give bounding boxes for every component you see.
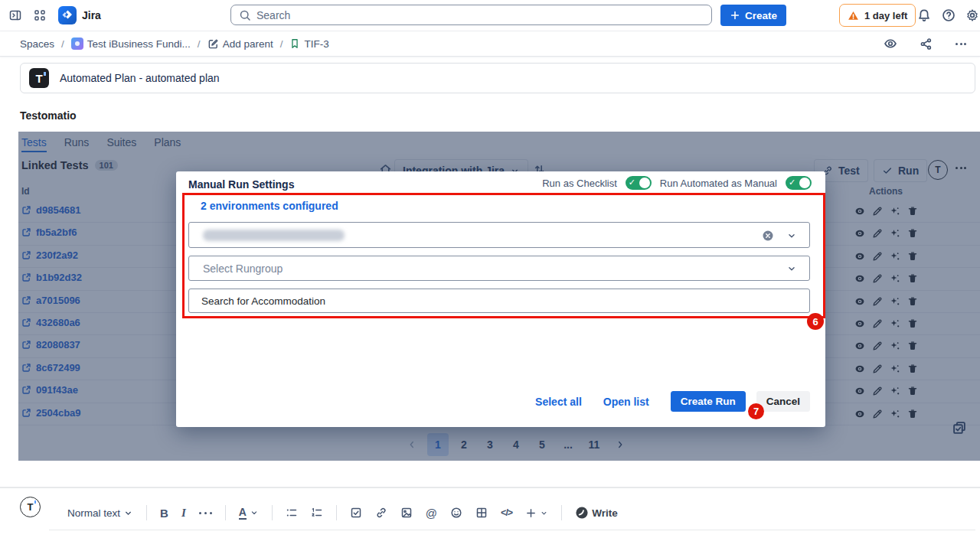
emoji-button[interactable] (450, 507, 462, 519)
breadcrumb-bar: Spaces / Test iBusiness Fundi... / Add p… (0, 31, 980, 57)
modal-toggles: Run as Checklist ✓ Run Automated as Manu… (542, 176, 812, 190)
open-list-button[interactable]: Open list (603, 396, 649, 408)
toggle-automated-label: Run Automated as Manual (660, 178, 777, 189)
ai-write-button[interactable]: Write (575, 506, 618, 520)
app-switcher-icon[interactable] (34, 9, 46, 21)
chevron-down-icon[interactable] (786, 263, 797, 274)
toggle-checklist-label: Run as Checklist (542, 178, 617, 189)
smart-link-card[interactable]: T Automated Plan - automated plan (20, 63, 975, 93)
toolbar-separator (225, 505, 226, 520)
select-all-button[interactable]: Select all (535, 396, 582, 408)
text-style-dropdown[interactable]: Normal text (67, 507, 133, 519)
notifications-bell-icon[interactable] (917, 8, 931, 22)
manual-run-settings-modal: Manual Run Settings Run as Checklist ✓ R… (176, 171, 825, 427)
trial-countdown-button[interactable]: 1 day left (839, 4, 916, 27)
create-button[interactable]: Create (720, 5, 786, 26)
breadcrumb: Spaces / Test iBusiness Fundi... / Add p… (20, 31, 329, 56)
toolbar-separator (272, 505, 273, 520)
top-navigation-bar: Jira Search Create 1 day left (0, 0, 980, 31)
testomatio-logo-icon: T (29, 68, 49, 88)
help-icon[interactable] (942, 8, 956, 22)
more-actions-icon[interactable] (949, 34, 972, 53)
create-run-button[interactable]: Create Run (671, 391, 746, 412)
bullet-list-button[interactable] (286, 507, 298, 519)
environment-select[interactable] (188, 222, 810, 248)
test-search-input[interactable]: Search for Accommodation (188, 289, 810, 313)
task-checkbox-button[interactable] (350, 507, 362, 519)
environments-configured-link[interactable]: 2 environments configured (201, 200, 338, 212)
redacted-environment-value (203, 230, 345, 241)
breadcrumb-spaces[interactable]: Spaces (20, 38, 54, 50)
rungroup-placeholder: Select Rungroup (203, 262, 283, 275)
toolbar-separator (561, 505, 562, 520)
testomatio-avatar-icon: T (20, 497, 41, 517)
sidebar-toggle-icon[interactable] (9, 9, 21, 21)
modal-footer: Select all Open list Create Run Cancel (535, 391, 810, 412)
plan-title: Automated Plan - automated plan (60, 72, 220, 84)
run-automated-as-manual-toggle[interactable]: ✓ (786, 176, 812, 190)
app-title: Jira (82, 9, 101, 21)
breadcrumb-add-parent[interactable]: Add parent (207, 38, 273, 50)
text-color-dropdown[interactable]: A (239, 507, 259, 520)
code-button[interactable]: </> (501, 507, 512, 518)
settings-gear-icon[interactable] (965, 8, 979, 22)
ai-logo-icon (575, 506, 589, 520)
editor-toolbar: Normal text B I A @ (49, 496, 975, 530)
breadcrumb-issue[interactable]: TIF-3 (289, 38, 328, 50)
bookmark-icon (289, 38, 300, 49)
annotation-step-7: 7 (748, 403, 764, 419)
edit-icon (207, 38, 219, 50)
annotation-step-6: 6 (807, 313, 824, 330)
link-button[interactable] (375, 507, 387, 519)
mention-button[interactable]: @ (426, 507, 437, 520)
breadcrumb-space[interactable]: Test iBusiness Fundi... (71, 37, 191, 50)
insert-table-button[interactable] (475, 507, 488, 519)
insert-image-button[interactable] (400, 507, 413, 519)
numbered-list-button[interactable] (311, 507, 323, 519)
test-search-value: Search for Accommodation (201, 295, 325, 307)
more-formatting-icon[interactable] (199, 512, 212, 514)
editor-divider (0, 487, 980, 488)
run-as-checklist-toggle[interactable]: ✓ (626, 176, 652, 190)
jira-page: Jira Search Create 1 day left (0, 0, 980, 551)
space-avatar (71, 37, 83, 50)
chevron-down-icon[interactable] (786, 230, 797, 241)
search-placeholder: Search (256, 9, 290, 21)
search-icon (239, 9, 251, 21)
clear-x-circle-icon[interactable] (762, 230, 774, 242)
insert-more-dropdown[interactable] (525, 507, 548, 519)
warning-icon (848, 10, 859, 21)
share-icon[interactable] (914, 34, 937, 53)
modal-title: Manual Run Settings (188, 178, 294, 191)
cancel-button[interactable]: Cancel (756, 391, 810, 412)
watch-eye-icon[interactable] (879, 34, 902, 53)
search-input[interactable]: Search (230, 5, 712, 25)
widget-heading: Testomatio (20, 109, 77, 122)
plus-icon (730, 10, 740, 21)
toolbar-separator (146, 505, 147, 520)
rungroup-select[interactable]: Select Rungroup (188, 256, 810, 281)
toolbar-separator (336, 505, 337, 520)
jira-logo-icon[interactable] (58, 6, 77, 24)
bold-button[interactable]: B (160, 507, 168, 520)
italic-button[interactable]: I (181, 507, 186, 520)
